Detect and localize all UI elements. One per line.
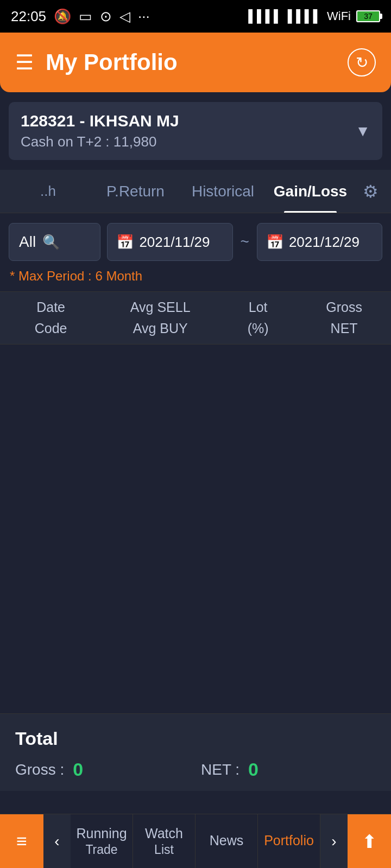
account-cash: Cash on T+2 : 11,980 [21, 133, 179, 150]
bnav-news[interactable]: News [195, 814, 258, 868]
settings-icon: ⚙ [363, 181, 379, 202]
app-title: My Portfolio [46, 49, 178, 75]
notification-icon: 🔕 [54, 8, 71, 25]
date-to-picker[interactable]: 📅 2021/12/29 [257, 223, 382, 261]
date-separator: ~ [241, 233, 249, 251]
tab-historical[interactable]: Historical [179, 170, 267, 213]
camera-icon: ⊙ [100, 8, 112, 25]
total-net-label: NET : [201, 761, 239, 778]
bnav-upload-button[interactable]: ⬆ [348, 814, 391, 868]
filter-bar: All 🔍 📅 2021/11/29 ~ 📅 2021/12/29 [0, 213, 391, 265]
app-header: ☰ My Portfolio ↻ [0, 33, 391, 92]
th-net: NET [297, 318, 391, 344]
tab-watch[interactable]: ..h [4, 170, 92, 213]
th-avg-sell: Avg SELL [102, 292, 219, 318]
search-text: All [19, 233, 36, 251]
status-bar: 22:05 🔕 ▭ ⊙ ◁ ··· ▌▌▌▌ ▌▌▌▌ WiFi 37 [0, 0, 391, 33]
table-header: Date Avg SELL Lot Gross Code Avg BUY (%)… [0, 291, 391, 344]
bnav-upload-icon: ⬆ [362, 831, 377, 852]
bnav-menu-button[interactable]: ≡ [0, 814, 43, 868]
signal-icon: ▌▌▌▌ [248, 9, 282, 23]
tab-bar: ..h P.Return Historical Gain/Loss ⚙ [0, 170, 391, 213]
bnav-prev-icon: ‹ [54, 833, 59, 850]
th-code: Code [0, 318, 102, 344]
bnav-items: Running Trade Watch List News Portfolio [71, 814, 320, 868]
date-from-picker[interactable]: 📅 2021/11/29 [107, 223, 232, 261]
total-label: Total [15, 728, 376, 749]
tab-preturn[interactable]: P.Return [92, 170, 179, 213]
search-filter[interactable]: All 🔍 [9, 223, 100, 261]
tab-gainloss[interactable]: Gain/Loss [267, 170, 354, 213]
total-section: Total Gross : 0 NET : 0 [0, 713, 391, 791]
status-time: 22:05 [11, 8, 46, 25]
bnav-prev-button[interactable]: ‹ [43, 814, 71, 868]
account-info: 128321 - IKHSAN MJ Cash on T+2 : 11,980 [21, 112, 179, 150]
total-net-item: NET : 0 [201, 759, 376, 780]
th-pct: (%) [219, 318, 297, 344]
wifi-icon: WiFi [327, 9, 351, 23]
th-gross: Gross [297, 292, 391, 318]
total-gross-item: Gross : 0 [15, 759, 190, 780]
location-icon: ◁ [119, 8, 130, 25]
calendar-to-icon: 📅 [266, 234, 283, 251]
settings-tab-button[interactable]: ⚙ [354, 181, 387, 202]
th-avg-buy: Avg BUY [102, 318, 219, 344]
total-gross-label: Gross : [15, 761, 64, 778]
hamburger-menu[interactable]: ☰ [15, 50, 34, 74]
bnav-portfolio[interactable]: Portfolio [258, 814, 320, 868]
th-lot: Lot [219, 292, 297, 318]
bnav-next-icon: › [331, 833, 336, 850]
bnav-watchlist[interactable]: Watch List [133, 814, 195, 868]
account-id: 128321 - IKHSAN MJ [21, 112, 179, 130]
search-icon: 🔍 [42, 234, 60, 251]
calendar-from-icon: 📅 [116, 234, 134, 251]
bnav-next-button[interactable]: › [320, 814, 348, 868]
date-from-value: 2021/11/29 [139, 234, 210, 251]
signal2-icon: ▌▌▌▌ [288, 9, 321, 23]
th-date: Date [0, 292, 102, 318]
bottom-nav: ≡ ‹ Running Trade Watch List News Portfo… [0, 814, 391, 868]
screen-icon: ▭ [79, 8, 92, 25]
dropdown-arrow-icon: ▼ [355, 123, 370, 140]
refresh-button[interactable]: ↻ [348, 48, 376, 76]
total-gross-value: 0 [73, 759, 83, 780]
dots-icon: ··· [138, 8, 150, 25]
battery-icon: 37 [356, 10, 380, 22]
date-to-value: 2021/12/29 [289, 234, 360, 251]
bnav-running-trade[interactable]: Running Trade [71, 814, 133, 868]
refresh-icon: ↻ [356, 54, 368, 72]
account-selector[interactable]: 128321 - IKHSAN MJ Cash on T+2 : 11,980 … [9, 102, 382, 160]
table-empty-area [0, 344, 391, 713]
bnav-menu-icon: ≡ [16, 831, 27, 852]
total-row: Gross : 0 NET : 0 [15, 759, 376, 780]
max-period-note: * Max Period : 6 Month [0, 265, 391, 291]
total-net-value: 0 [248, 759, 258, 780]
